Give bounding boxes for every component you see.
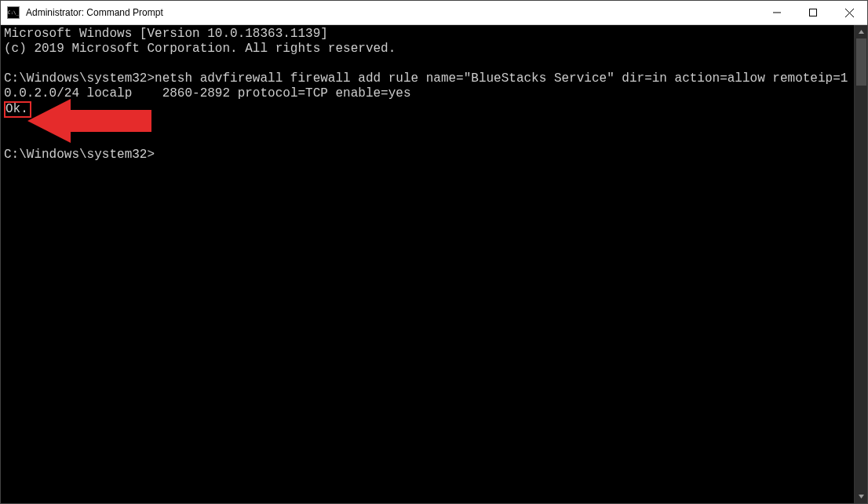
- terminal-area: Microsoft Windows [Version 10.0.18363.11…: [1, 25, 867, 503]
- command-obscured: [132, 86, 162, 100]
- close-icon: [845, 9, 854, 17]
- chevron-up-icon: [858, 28, 865, 35]
- prompt-text-2: C:\Windows\system32>: [4, 148, 155, 162]
- result-line: Ok.: [4, 101, 854, 118]
- scroll-down-button[interactable]: [855, 490, 867, 503]
- prompt-line-2: C:\Windows\system32>: [4, 148, 854, 163]
- cmd-icon: [7, 6, 20, 19]
- svg-marker-5: [859, 30, 864, 34]
- command-prompt-window: Administrator: Command Prompt Microsoft …: [0, 0, 868, 504]
- maximize-button[interactable]: [795, 1, 831, 24]
- copyright-line: (c) 2019 Microsoft Corporation. All righ…: [4, 42, 854, 57]
- scroll-up-button[interactable]: [855, 25, 867, 38]
- scroll-thumb[interactable]: [856, 38, 866, 86]
- blank-line-2: [4, 118, 854, 133]
- chevron-down-icon: [858, 493, 865, 500]
- title-bar[interactable]: Administrator: Command Prompt: [1, 1, 867, 25]
- close-button[interactable]: [831, 1, 867, 24]
- minimize-button[interactable]: [759, 1, 795, 24]
- blank-line-3: [4, 133, 854, 148]
- command-segment-2: protocol=TCP enable=yes: [230, 86, 410, 100]
- version-line: Microsoft Windows [Version 10.0.18363.11…: [4, 27, 854, 42]
- prompt-text: C:\Windows\system32>: [4, 71, 155, 86]
- window-title: Administrator: Command Prompt: [24, 7, 759, 18]
- command-line: C:\Windows\system32>netsh advfirewall fi…: [4, 71, 854, 101]
- terminal-output[interactable]: Microsoft Windows [Version 10.0.18363.11…: [1, 25, 854, 503]
- command-segment-mid: 2860-2892: [162, 86, 230, 100]
- svg-marker-6: [859, 495, 864, 499]
- cursor: [155, 148, 162, 162]
- window-controls: [759, 1, 867, 24]
- ok-result: Ok.: [4, 101, 31, 118]
- svg-rect-1: [810, 9, 817, 16]
- blank-line: [4, 57, 854, 71]
- minimize-icon: [773, 9, 781, 16]
- vertical-scrollbar[interactable]: [854, 25, 867, 503]
- maximize-icon: [809, 9, 817, 16]
